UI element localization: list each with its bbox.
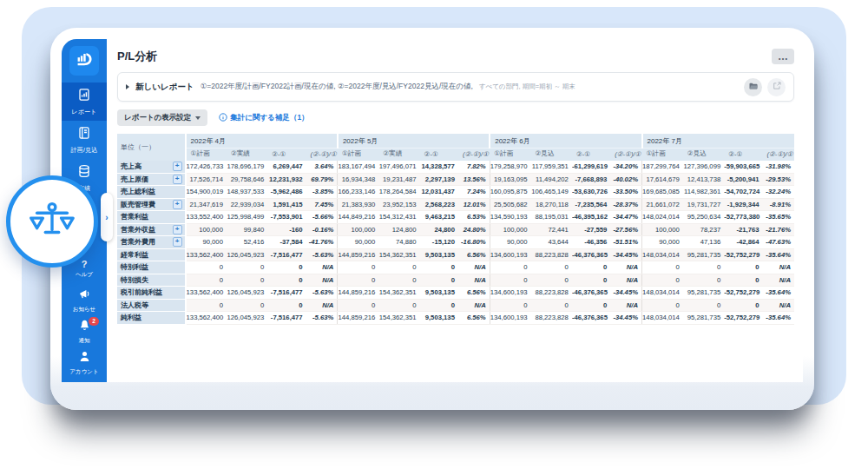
diff-value: 6,269,447 — [267, 161, 306, 173]
share-button[interactable] — [767, 78, 786, 96]
plan-value: 0 — [642, 261, 683, 274]
plan-value: 21,347,619 — [186, 198, 227, 211]
more-button[interactable]: … — [772, 49, 794, 64]
row-label: 営業外費用+ — [117, 236, 186, 249]
megaphone-icon — [78, 287, 91, 304]
diff-value: -7,668,893 — [572, 173, 610, 186]
report-bar[interactable]: 新しいレポート ①=2022年度/計画/FY2022計画/現在の値, ②=202… — [117, 72, 794, 102]
caret-right-icon[interactable] — [126, 84, 129, 89]
actual-value: 52,416 — [227, 236, 267, 249]
actual-value: 47,136 — [683, 236, 724, 249]
actual-value: 125,998,499 — [227, 211, 267, 224]
sidebar-item-announcements[interactable]: お知らせ — [62, 285, 107, 316]
chevron-right-icon: › — [105, 213, 108, 222]
actual-value: 19,231,487 — [378, 173, 419, 186]
plan-value: 0 — [338, 299, 378, 312]
plan-value: 0 — [338, 274, 378, 287]
actual-value: 0 — [378, 299, 419, 312]
actual-value: 114,982,361 — [683, 186, 724, 199]
row-label-text: 売上総利益 — [121, 187, 155, 196]
expand-icon[interactable]: + — [173, 162, 182, 171]
actual-value: 78,237 — [683, 223, 724, 236]
sidebar-expand-button[interactable]: › — [101, 193, 113, 241]
info-icon — [219, 113, 227, 123]
diff-pct: N/A — [763, 261, 794, 274]
sidebar-item-plan-forecast[interactable]: 計画/見込 — [62, 121, 107, 159]
actual-value: 0 — [531, 274, 572, 287]
actual-value: 88,195,031 — [531, 211, 572, 224]
plan-value: 90,000 — [186, 236, 227, 249]
col-header: ②見込 — [531, 149, 572, 162]
month-header: 2022年 4月 — [186, 134, 338, 149]
diff-pct: -16.80% — [458, 236, 490, 249]
col-header: ①計画 — [186, 149, 227, 162]
plan-value: 160,095,875 — [490, 186, 530, 199]
actual-value: 117,959,351 — [531, 161, 572, 173]
col-header: ①計画 — [338, 149, 378, 162]
table-row: 経常利益133,562,400126,045,923-7,516,477-5.6… — [117, 248, 794, 261]
plan-value: 172,426,733 — [186, 161, 227, 173]
sidebar-item-account[interactable]: アカウント — [62, 347, 107, 379]
plan-value: 0 — [490, 299, 530, 312]
actual-value: 154,362,351 — [378, 248, 419, 261]
col-header: ②見込 — [683, 149, 724, 162]
row-label: 特別損失 — [117, 274, 186, 287]
diff-value: 1,591,415 — [267, 198, 306, 211]
diff-pct: -0.16% — [306, 223, 338, 236]
actual-value: 178,264,584 — [378, 186, 419, 199]
diff-pct: -51.51% — [610, 236, 641, 249]
actual-value: 0 — [378, 261, 419, 274]
title-bar: P/L分析 … — [117, 49, 794, 64]
diff-pct: 6.56% — [458, 248, 490, 261]
expand-icon[interactable]: + — [173, 175, 182, 184]
row-label-text: 販売管理費 — [121, 200, 155, 209]
diff-value: 2,568,223 — [420, 198, 458, 211]
plan-value: 134,600,193 — [490, 312, 530, 325]
plan-value: 0 — [186, 261, 227, 274]
diff-pct: N/A — [306, 261, 338, 274]
plan-value: 166,233,146 — [338, 186, 378, 199]
actual-value: 154,312,431 — [378, 211, 419, 224]
app-logo[interactable] — [69, 46, 99, 76]
month-header: 2022年 5月 — [338, 134, 490, 149]
display-settings-button[interactable]: レポートの表示設定 — [117, 109, 207, 126]
row-label-text: 売上原価 — [121, 175, 148, 184]
table-row: 特別損失000N/A000N/A000N/A000N/A — [117, 274, 794, 287]
actual-value: 43,644 — [531, 236, 572, 249]
expand-icon[interactable]: + — [173, 237, 182, 247]
col-header: ②-① — [724, 149, 762, 162]
sidebar-item-report[interactable]: レポート — [62, 83, 107, 121]
expand-icon[interactable]: + — [173, 225, 182, 234]
row-label-text: 営業外収益 — [121, 225, 155, 234]
diff-pct: N/A — [306, 299, 338, 312]
diff-value: 9,463,215 — [420, 211, 458, 224]
row-label-text: 売上高 — [121, 162, 141, 171]
actual-value: 0 — [531, 261, 572, 274]
plan-value: 134,600,193 — [490, 287, 530, 300]
sidebar-item-notifications[interactable]: 2 通知 — [62, 316, 107, 347]
diff-value: 2,297,139 — [420, 173, 458, 186]
row-label: 営業利益 — [117, 211, 186, 224]
table-row: 税引前純利益133,562,400126,045,923-7,516,477-5… — [117, 287, 794, 300]
actual-value: 95,281,735 — [683, 248, 724, 261]
row-label-text: 特別利益 — [121, 262, 148, 272]
aggregation-note-link[interactable]: 集計に関する補足（1） — [219, 113, 308, 123]
plan-value: 187,299,764 — [642, 161, 683, 173]
diff-value: 9,503,135 — [420, 287, 458, 300]
expand-icon[interactable]: + — [173, 200, 182, 209]
plan-value: 134,600,193 — [490, 248, 530, 261]
diff-value: 0 — [267, 299, 306, 312]
actual-value: 154,362,351 — [378, 312, 419, 325]
diff-pct: N/A — [458, 299, 490, 312]
diff-value: -7,516,477 — [267, 248, 306, 261]
plan-value: 100,000 — [338, 223, 378, 236]
diff-pct: -28.37% — [610, 198, 641, 211]
actual-value: 22,939,034 — [227, 198, 267, 211]
folder-button[interactable] — [744, 78, 762, 96]
plan-value: 133,562,400 — [186, 248, 227, 261]
actual-value: 0 — [378, 274, 419, 287]
report-description: ①=2022年度/計画/FY2022計画/現在の値, ②=2022年度/見込/F… — [201, 82, 473, 92]
diff-pct: -3.85% — [306, 186, 338, 199]
plan-value: 17,526,714 — [186, 173, 227, 186]
diff-value: 0 — [724, 299, 762, 312]
